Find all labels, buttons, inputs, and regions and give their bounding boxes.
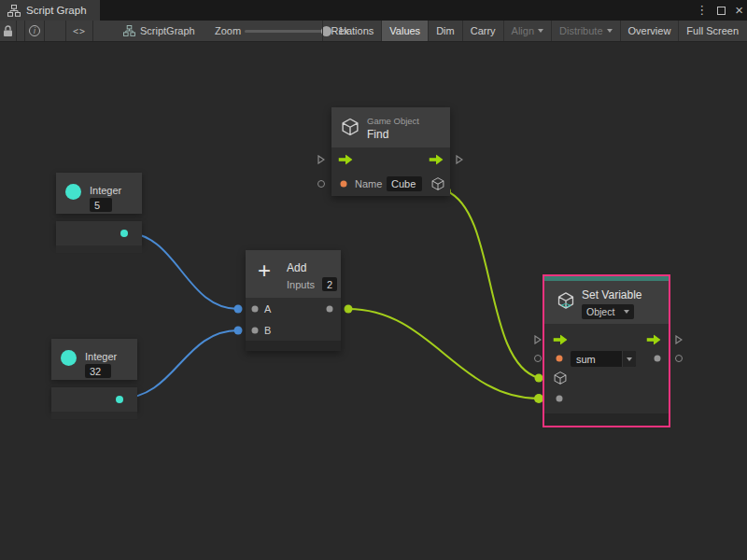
node-title: Add xyxy=(287,261,306,274)
variable-kind-dropdown[interactable]: Object xyxy=(582,304,634,319)
fullscreen-button[interactable]: Full Screen xyxy=(678,21,746,41)
chevron-down-icon xyxy=(607,29,613,33)
distribute-button[interactable]: Distribute xyxy=(551,21,619,41)
code-icon: <> xyxy=(73,26,86,36)
flow-output-port[interactable] xyxy=(647,335,661,345)
value-input-outer-port[interactable] xyxy=(317,180,325,188)
node-gameobject-find[interactable]: Game Object Find Name Cube xyxy=(331,107,450,196)
integer-type-label: Integer xyxy=(85,351,117,362)
object-target-input-port[interactable] xyxy=(554,371,568,385)
add-icon: + xyxy=(258,258,271,284)
chevron-down-icon xyxy=(538,29,543,33)
set-variable-icon: <> xyxy=(557,292,575,310)
variable-value-output-port[interactable] xyxy=(655,356,661,362)
connection-endpoint xyxy=(234,327,243,335)
window-controls: ⋮ × xyxy=(696,0,743,21)
integer-value-input[interactable]: 32 xyxy=(85,364,111,378)
flow-output-outer-port[interactable] xyxy=(456,155,463,164)
add-input-a-port[interactable] xyxy=(251,306,258,313)
svg-text:<>: <> xyxy=(561,301,571,310)
zoom-slider[interactable] xyxy=(245,21,331,41)
script-graph-icon xyxy=(123,25,135,36)
chevron-down-icon xyxy=(627,357,632,361)
edit-source-button[interactable]: <> xyxy=(65,21,93,41)
titlebar: Script Graph ⋮ × xyxy=(0,0,747,21)
value-input-outer-port[interactable] xyxy=(534,355,542,362)
integer-value-input[interactable]: 5 xyxy=(90,198,112,212)
flow-input-port[interactable] xyxy=(339,155,353,165)
relations-button[interactable]: Relations xyxy=(322,21,381,41)
inputs-label: Inputs xyxy=(287,279,315,290)
tab-script-graph[interactable]: Script Graph xyxy=(0,0,100,21)
node-footer xyxy=(246,341,341,351)
integer-literal-body: Integer 5 xyxy=(56,173,142,214)
menu-icon[interactable]: ⋮ xyxy=(696,0,708,21)
node-integer-b[interactable]: Integer 32 xyxy=(51,339,137,419)
gameobject-output-port[interactable] xyxy=(431,177,445,191)
add-input-b-port[interactable] xyxy=(251,328,258,334)
integer-type-label: Integer xyxy=(90,185,121,196)
node-footer xyxy=(56,245,142,253)
variable-name-input-port[interactable] xyxy=(557,356,563,362)
integer-port-section xyxy=(51,387,137,412)
connection-endpoint xyxy=(345,305,353,314)
carry-button[interactable]: Carry xyxy=(462,21,503,41)
value-input-port[interactable] xyxy=(557,396,563,402)
inspect-button[interactable]: i xyxy=(24,21,45,41)
name-input-port[interactable] xyxy=(341,181,347,188)
flow-input-port[interactable] xyxy=(554,335,568,345)
close-icon[interactable]: × xyxy=(735,0,743,21)
zoom-slider-track[interactable] xyxy=(245,30,331,33)
node-title: Find xyxy=(367,128,388,141)
name-value-input[interactable]: Cube xyxy=(387,176,422,191)
input-a-label: A xyxy=(264,303,271,315)
node-set-variable[interactable]: <> Set Variable Object sum xyxy=(543,274,670,427)
flow-input-outer-port[interactable] xyxy=(317,155,325,164)
unity-visual-scripting-window: Script Graph ⋮ × i <> xyxy=(0,0,747,560)
wire-integer32-to-add-b[interactable] xyxy=(120,330,238,399)
gameobject-cube-icon xyxy=(341,118,359,136)
connection-endpoint xyxy=(234,305,243,314)
toolbar: i <> ScriptGraph Zoom 1x Relations xyxy=(0,21,747,42)
lock-button[interactable] xyxy=(0,21,17,41)
graph-canvas[interactable]: Integer 5 Integer 32 + Add xyxy=(0,42,747,560)
integer-type-icon xyxy=(61,350,77,366)
node-footer xyxy=(544,413,669,426)
integer-output-port[interactable] xyxy=(120,230,128,237)
values-button[interactable]: Values xyxy=(381,21,428,41)
node-category: Game Object xyxy=(367,116,419,126)
maximize-icon[interactable] xyxy=(717,7,726,15)
input-b-label: B xyxy=(264,325,271,336)
value-output-outer-port[interactable] xyxy=(675,355,683,362)
node-integer-a[interactable]: Integer 5 xyxy=(56,173,142,253)
variable-name-dropdown[interactable]: sum xyxy=(571,351,636,367)
dropdown-caret-box[interactable] xyxy=(622,351,636,367)
align-button[interactable]: Align xyxy=(503,21,551,41)
name-label: Name xyxy=(355,178,382,189)
node-add[interactable]: + Add Inputs 2 A B xyxy=(246,250,341,351)
integer-port-section xyxy=(56,221,142,245)
toolbar-buttons: Relations Values Dim Carry Align Distrib… xyxy=(322,21,746,41)
zoom-label: Zoom xyxy=(215,21,241,41)
node-header: + Add Inputs 2 xyxy=(246,250,341,298)
graph-breadcrumb[interactable]: ScriptGraph xyxy=(123,21,195,41)
graph-icon xyxy=(7,5,21,17)
info-icon: i xyxy=(29,25,40,36)
wire-find-to-setvariable[interactable] xyxy=(447,191,539,378)
flow-output-port[interactable] xyxy=(430,155,444,165)
inputs-count-input[interactable]: 2 xyxy=(322,277,337,291)
add-sum-output-port[interactable] xyxy=(327,306,333,313)
flow-output-outer-port[interactable] xyxy=(675,335,683,344)
lock-icon xyxy=(3,25,13,37)
tab-title: Script Graph xyxy=(26,5,87,16)
flow-input-outer-port[interactable] xyxy=(534,335,542,344)
node-title: Set Variable xyxy=(582,288,641,301)
chevron-down-icon xyxy=(624,310,629,314)
integer-type-icon xyxy=(65,184,81,200)
node-footer xyxy=(51,412,137,419)
overview-button[interactable]: Overview xyxy=(620,21,679,41)
dim-button[interactable]: Dim xyxy=(428,21,462,41)
wire-add-to-setvariable[interactable] xyxy=(348,309,539,399)
integer-output-port[interactable] xyxy=(116,396,123,403)
node-header: <> Set Variable Object xyxy=(544,281,669,324)
